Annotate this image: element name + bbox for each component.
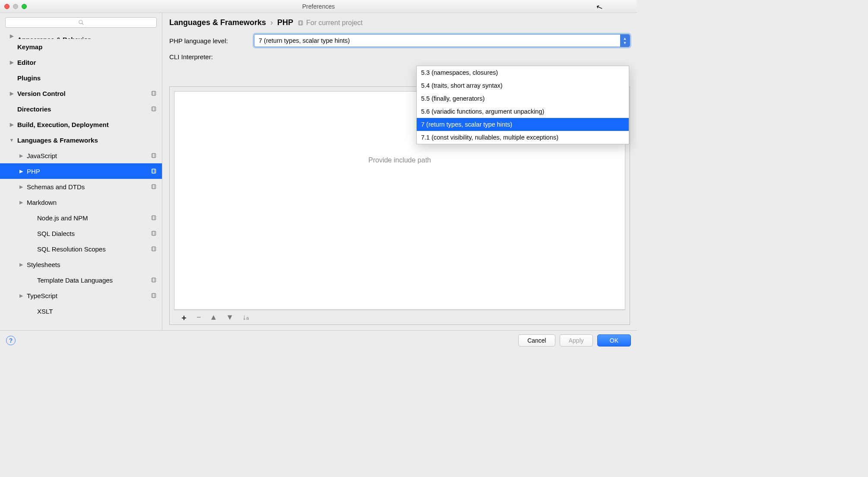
cancel-button[interactable]: Cancel bbox=[518, 334, 555, 347]
project-scope-icon bbox=[151, 106, 157, 112]
remove-button[interactable]: − bbox=[196, 313, 201, 322]
tree-arrow-icon: ▶ bbox=[18, 262, 24, 267]
sidebar-item-node-js-and-npm[interactable]: Node.js and NPM bbox=[0, 210, 162, 226]
tree-arrow-icon: ▶ bbox=[18, 153, 24, 159]
sidebar-item-label: SQL Dialects bbox=[37, 230, 151, 237]
search-input[interactable] bbox=[5, 17, 157, 28]
cli-interpreter-row: CLI Interpreter: bbox=[169, 53, 630, 60]
breadcrumb: Languages & Frameworks › PHP For current… bbox=[169, 18, 630, 27]
svg-line-1 bbox=[82, 23, 83, 25]
svg-rect-15 bbox=[153, 231, 155, 235]
sidebar-item-appearance-behavior[interactable]: ▶Appearance & Behavior bbox=[0, 31, 162, 39]
cli-interpreter-label: CLI Interpreter: bbox=[169, 53, 254, 60]
sidebar-item-template-data-languages[interactable]: Template Data Languages bbox=[0, 272, 162, 288]
svg-rect-22 bbox=[298, 21, 302, 25]
sidebar-item-markdown[interactable]: ▶Markdown bbox=[0, 194, 162, 210]
sidebar-item-plugins[interactable]: Plugins bbox=[0, 70, 162, 86]
svg-rect-8 bbox=[152, 169, 155, 173]
project-scope-icon bbox=[151, 293, 157, 299]
svg-rect-20 bbox=[152, 293, 155, 297]
tree-arrow-icon: ▼ bbox=[9, 137, 15, 143]
move-down-button[interactable]: ▼ bbox=[226, 313, 234, 322]
sidebar-item-label: Stylesheets bbox=[27, 261, 157, 268]
sidebar-item-languages-frameworks[interactable]: ▼Languages & Frameworks bbox=[0, 132, 162, 148]
project-scope-icon bbox=[151, 90, 157, 96]
tree-arrow-icon: ▶ bbox=[9, 33, 15, 39]
svg-rect-21 bbox=[153, 293, 155, 297]
sidebar-item-sql-resolution-scopes[interactable]: SQL Resolution Scopes bbox=[0, 241, 162, 257]
tree-arrow-icon: ▶ bbox=[18, 293, 24, 299]
ok-button[interactable]: OK bbox=[597, 334, 631, 347]
window-title: Preferences bbox=[0, 3, 637, 10]
add-button[interactable]: ＋ bbox=[180, 312, 188, 323]
sidebar-item-stylesheets[interactable]: ▶Stylesheets bbox=[0, 257, 162, 272]
svg-rect-18 bbox=[152, 278, 155, 282]
help-button[interactable]: ? bbox=[6, 336, 16, 345]
sort-button[interactable]: ↓a bbox=[242, 313, 249, 322]
sidebar-item-build-execution-deployment[interactable]: ▶Build, Execution, Deployment bbox=[0, 117, 162, 132]
apply-button[interactable]: Apply bbox=[560, 334, 593, 347]
dropdown-option[interactable]: 7.1 (const visibility, nullables, multip… bbox=[417, 131, 629, 144]
sidebar-item-keymap[interactable]: Keymap bbox=[0, 39, 162, 54]
dropdown-option[interactable]: 5.5 (finally, generators) bbox=[417, 92, 629, 105]
php-language-level-combo[interactable]: 7 (return types, scalar type hints) ▲▼ bbox=[254, 34, 630, 47]
svg-rect-14 bbox=[152, 231, 155, 235]
sidebar-item-javascript[interactable]: ▶JavaScript bbox=[0, 148, 162, 163]
project-scope-icon bbox=[151, 277, 157, 283]
sidebar-item-editor[interactable]: ▶Editor bbox=[0, 54, 162, 70]
sidebar-item-label: Editor bbox=[17, 59, 157, 66]
sidebar-item-directories[interactable]: Directories bbox=[0, 101, 162, 117]
tree-arrow-icon: ▶ bbox=[18, 200, 24, 205]
tree-arrow-icon: ▶ bbox=[18, 169, 24, 174]
sidebar-item-sql-dialects[interactable]: SQL Dialects bbox=[0, 226, 162, 241]
dropdown-option[interactable]: 5.4 (traits, short array syntax) bbox=[417, 79, 629, 92]
dropdown-option[interactable]: 5.3 (namespaces, closures) bbox=[417, 66, 629, 79]
sidebar-item-xslt[interactable]: XSLT bbox=[0, 303, 162, 319]
svg-rect-23 bbox=[300, 21, 302, 25]
dropdown-option[interactable]: 5.6 (variadic functions, argument unpack… bbox=[417, 105, 629, 118]
project-scope-icon bbox=[298, 20, 304, 26]
sidebar-item-version-control[interactable]: ▶Version Control bbox=[0, 86, 162, 101]
php-language-level-value: 7 (return types, scalar type hints) bbox=[254, 37, 620, 44]
sidebar-item-label: Node.js and NPM bbox=[37, 214, 151, 222]
tree-arrow-icon: ▶ bbox=[9, 60, 15, 65]
project-scope-icon bbox=[151, 168, 157, 174]
svg-rect-3 bbox=[153, 91, 155, 95]
svg-rect-12 bbox=[152, 216, 155, 219]
dropdown-option[interactable]: 7 (return types, scalar type hints) bbox=[417, 118, 629, 131]
settings-tree: ▶Appearance & BehaviorKeymap▶EditorPlugi… bbox=[0, 30, 162, 330]
sidebar-item-label: Template Data Languages bbox=[37, 277, 151, 284]
sidebar-item-label: Build, Execution, Deployment bbox=[17, 121, 157, 128]
breadcrumb-sep: › bbox=[270, 18, 273, 27]
include-path-toolbar: ＋ − ▲ ▼ ↓a bbox=[174, 310, 625, 324]
svg-rect-10 bbox=[152, 184, 155, 188]
sidebar-item-label: XSLT bbox=[37, 308, 157, 315]
svg-rect-5 bbox=[153, 107, 155, 111]
sidebar-item-label: Schemas and DTDs bbox=[27, 183, 151, 191]
svg-rect-16 bbox=[152, 247, 155, 251]
sidebar-item-label: Directories bbox=[17, 105, 151, 113]
combo-arrows-icon[interactable]: ▲▼ bbox=[620, 35, 630, 47]
tree-arrow-icon: ▶ bbox=[9, 122, 15, 127]
breadcrumb-scope-text: For current project bbox=[306, 19, 363, 27]
svg-rect-6 bbox=[152, 153, 155, 157]
project-scope-icon bbox=[151, 246, 157, 252]
move-up-button[interactable]: ▲ bbox=[210, 313, 218, 322]
sidebar-item-label: Appearance & Behavior bbox=[17, 36, 157, 39]
sidebar-item-typescript[interactable]: ▶TypeScript bbox=[0, 288, 162, 303]
search-icon bbox=[78, 19, 84, 25]
sidebar-item-schemas-and-dtds[interactable]: ▶Schemas and DTDs bbox=[0, 179, 162, 194]
project-scope-icon bbox=[151, 230, 157, 236]
project-scope-icon bbox=[151, 184, 157, 190]
titlebar: Preferences ↖ bbox=[0, 0, 637, 13]
breadcrumb-leaf: PHP bbox=[277, 18, 293, 27]
svg-point-0 bbox=[79, 20, 82, 24]
svg-rect-2 bbox=[152, 91, 155, 95]
php-language-level-label: PHP language level: bbox=[169, 37, 254, 45]
main-panel: Languages & Frameworks › PHP For current… bbox=[162, 13, 637, 330]
sidebar-item-php[interactable]: ▶PHP bbox=[0, 163, 162, 179]
sidebar-item-label: PHP bbox=[27, 168, 151, 175]
breadcrumb-root[interactable]: Languages & Frameworks bbox=[169, 18, 266, 27]
svg-rect-7 bbox=[153, 153, 155, 157]
sidebar-item-label: Version Control bbox=[17, 90, 151, 97]
